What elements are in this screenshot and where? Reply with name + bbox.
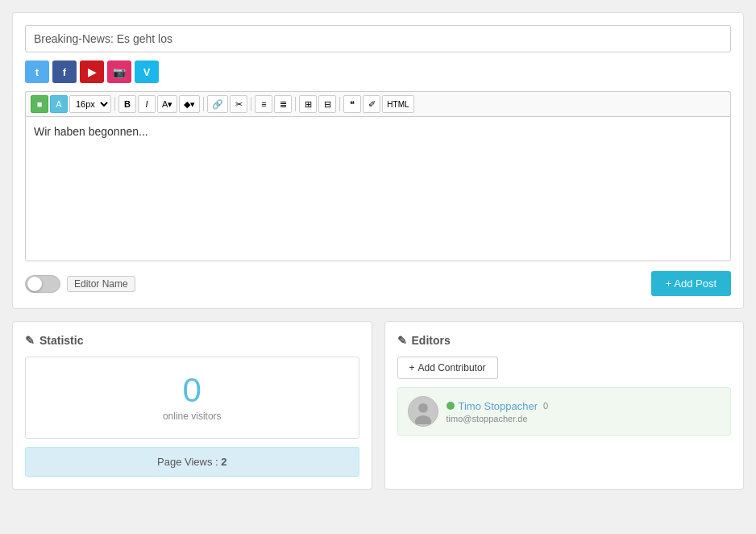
toolbar-divider-3 — [251, 97, 251, 111]
remove-table-button[interactable]: ⊟ — [318, 95, 336, 113]
bold-button[interactable]: B — [118, 95, 136, 113]
table-button[interactable]: ⊞ — [299, 95, 317, 113]
toggle-knob — [27, 277, 42, 291]
contributor-row: Timo Stoppacher 0 timo@stoppacher.de — [397, 387, 732, 436]
toolbar-divider-4 — [295, 97, 296, 111]
statistic-title: ✎ Statistic — [25, 334, 359, 347]
contributor-count: 0 — [543, 401, 548, 411]
toggle-wrap: Editor Name — [25, 275, 135, 293]
add-post-button[interactable]: + Add Post — [651, 271, 731, 296]
contributor-email: timo@stoppacher.de — [447, 414, 721, 423]
page-views-label: Page Views : — [157, 456, 221, 468]
contributor-name: Timo Stoppacher 0 — [447, 400, 721, 412]
contributor-info: Timo Stoppacher 0 timo@stoppacher.de — [447, 400, 721, 423]
toolbar-divider-5 — [339, 97, 340, 111]
facebook-button[interactable]: f — [52, 60, 77, 83]
vimeo-button[interactable]: V — [135, 60, 159, 83]
italic-button[interactable]: I — [138, 95, 156, 113]
contributor-name-text: Timo Stoppacher — [459, 400, 538, 412]
editor-toolbar: ■ A 16px 12px 14px 18px 24px B I A▾ ◆▾ 🔗… — [25, 91, 731, 116]
twitter-button[interactable]: t — [25, 60, 49, 83]
toolbar-divider-2 — [203, 97, 204, 111]
statistic-card: ✎ Statistic 0 online visitors Page Views… — [12, 321, 372, 490]
add-contributor-button[interactable]: + Add Contributor — [397, 357, 498, 379]
online-visitors-label: online visitors — [42, 411, 343, 422]
editor-content-area[interactable]: Wir haben begonnen... — [25, 116, 731, 261]
plus-icon: + — [409, 362, 415, 373]
page-views-bar: Page Views : 2 — [25, 447, 359, 477]
post-title-input[interactable]: Breaking-News: Es geht los — [25, 25, 731, 52]
unordered-list-button[interactable]: ≡ — [255, 95, 272, 113]
pencil-button[interactable]: ✐ — [363, 95, 380, 113]
chart-icon: ✎ — [25, 334, 35, 347]
online-indicator — [447, 402, 455, 410]
social-buttons-row: t f ▶ 📷 V — [25, 60, 731, 83]
editor-footer: Editor Name + Add Post — [25, 271, 731, 296]
editors-pencil-icon: ✎ — [397, 334, 407, 347]
ordered-list-button[interactable]: ≣ — [274, 95, 292, 113]
svg-point-1 — [418, 403, 428, 413]
editor-name-toggle[interactable] — [25, 275, 60, 293]
font-size-select[interactable]: 16px 12px 14px 18px 24px — [69, 95, 111, 113]
font-color-button[interactable]: A▾ — [157, 95, 177, 113]
editor-panel: Breaking-News: Es geht los t f ▶ 📷 V ■ A… — [12, 12, 744, 309]
toolbar-bg-color-button[interactable]: ■ — [31, 95, 48, 113]
editors-card: ✎ Editors + Add Contributor Timo Stoppac… — [384, 321, 745, 490]
unlink-button[interactable]: ✂ — [230, 95, 247, 113]
page-views-count: 2 — [221, 456, 226, 468]
editors-title: ✎ Editors — [397, 334, 732, 347]
toolbar-text-color-button[interactable]: A — [50, 95, 68, 113]
avatar — [408, 396, 438, 427]
editor-text: Wir haben begonnen... — [34, 125, 148, 138]
format-button[interactable]: ◆▾ — [179, 95, 200, 113]
add-contrib-label: Add Contributor — [418, 362, 486, 373]
online-visitors-count: 0 — [42, 373, 343, 407]
bottom-row: ✎ Statistic 0 online visitors Page Views… — [12, 321, 744, 490]
link-button[interactable]: 🔗 — [207, 95, 228, 113]
instagram-button[interactable]: 📷 — [107, 60, 131, 83]
html-button[interactable]: HTML — [382, 95, 413, 113]
toggle-label: Editor Name — [67, 276, 135, 292]
youtube-button[interactable]: ▶ — [80, 60, 104, 83]
blockquote-button[interactable]: ❝ — [343, 95, 361, 113]
stat-inner: 0 online visitors — [25, 357, 359, 439]
toolbar-divider-1 — [114, 97, 115, 111]
